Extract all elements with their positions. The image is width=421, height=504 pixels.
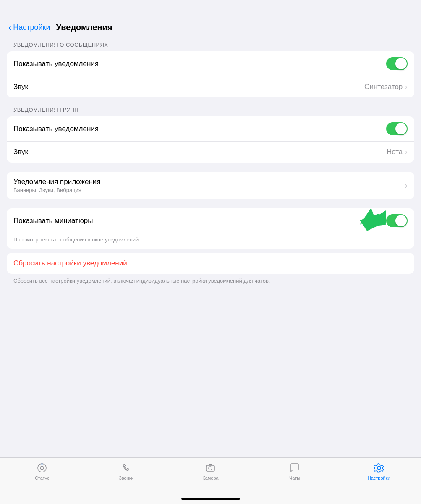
tab-item-status[interactable]: Статус <box>0 462 84 480</box>
status-icon <box>36 462 48 474</box>
groups-show-notifications-label: Показывать уведомления <box>13 125 99 133</box>
thumbnails-label: Показывать миниатюры <box>13 217 93 225</box>
page-wrapper: ‹ Настройки Уведомления УВЕДОМЛЕНИЯ О СО… <box>0 0 421 504</box>
app-notifications-subtitle: Баннеры, Звуки, Вибрация <box>13 187 100 193</box>
messages-section-header: УВЕДОМЛЕНИЯ О СООБЩЕНИЯХ <box>7 42 414 51</box>
calls-icon <box>120 462 132 474</box>
messages-show-notifications-row: Показывать уведомления <box>7 51 414 76</box>
tab-chats-label: Чаты <box>289 475 300 480</box>
home-indicator <box>181 498 240 500</box>
groups-show-notifications-row: Показывать уведомления <box>7 116 414 142</box>
messages-section: УВЕДОМЛЕНИЯ О СООБЩЕНИЯХ Показывать увед… <box>7 42 414 97</box>
nav-header: ‹ Настройки Уведомления <box>0 0 421 37</box>
settings-icon <box>373 462 385 474</box>
messages-sound-value: Синтезатор <box>364 83 403 91</box>
groups-section-header: УВЕДОМЛЕНИЯ ГРУПП <box>7 107 414 116</box>
svg-marker-0 <box>360 208 390 231</box>
app-notifications-card: Уведомления приложения Баннеры, Звуки, В… <box>7 172 414 199</box>
page-title: Уведомления <box>56 23 112 32</box>
groups-sound-value-container: Нота › <box>387 148 408 156</box>
messages-sound-row[interactable]: Звук Синтезатор › <box>7 76 414 97</box>
svg-point-6 <box>377 466 381 470</box>
scroll-content: УВЕДОМЛЕНИЯ О СООБЩЕНИЯХ Показывать увед… <box>0 37 421 457</box>
groups-show-notifications-toggle[interactable] <box>386 122 408 135</box>
reset-label: Сбросить настройки уведомлений <box>13 259 127 268</box>
nav-back-button[interactable]: ‹ Настройки <box>8 23 50 32</box>
camera-icon <box>204 462 216 474</box>
reset-section: Сбросить настройки уведомлений Сбросить … <box>7 253 414 291</box>
reset-card: Сбросить настройки уведомлений <box>7 253 414 274</box>
groups-sound-row[interactable]: Звук Нота › <box>7 142 414 163</box>
groups-sound-chevron-icon: › <box>405 148 408 156</box>
app-notifications-section: Уведомления приложения Баннеры, Звуки, В… <box>7 172 414 199</box>
app-notifications-row[interactable]: Уведомления приложения Баннеры, Звуки, В… <box>7 172 414 199</box>
tab-item-calls[interactable]: Звонки <box>84 462 169 480</box>
tab-bar: Статус Звонки Камера <box>0 457 421 495</box>
svg-point-3 <box>42 463 43 465</box>
messages-show-notifications-label: Показывать уведомления <box>13 60 99 68</box>
thumbnails-card: Показывать миниатюры Просмотр текста соо… <box>7 208 414 249</box>
tab-item-camera[interactable]: Камера <box>168 462 253 480</box>
thumbnails-row: Показывать миниатюры <box>7 208 414 233</box>
thumbnails-section: Показывать миниатюры Просмотр текста соо… <box>7 208 414 249</box>
messages-card: Показывать уведомления Звук Синтезатор › <box>7 51 414 97</box>
app-notifications-text: Уведомления приложения Баннеры, Звуки, В… <box>13 178 100 193</box>
home-indicator-container <box>0 495 421 504</box>
groups-sound-value: Нота <box>387 148 403 156</box>
svg-point-5 <box>209 467 212 470</box>
svg-rect-4 <box>206 465 214 471</box>
groups-sound-label: Звук <box>13 148 28 156</box>
tab-camera-label: Камера <box>202 475 218 480</box>
app-notifications-title: Уведомления приложения <box>13 178 100 186</box>
chats-icon <box>289 462 301 474</box>
messages-sound-label: Звук <box>13 83 28 91</box>
messages-sound-value-container: Синтезатор › <box>364 83 408 91</box>
tab-calls-label: Звонки <box>119 475 134 480</box>
tab-item-settings[interactable]: Настройки <box>337 462 421 480</box>
reset-description: Сбросить все настройки уведомлений, вклю… <box>7 274 414 291</box>
messages-sound-chevron-icon: › <box>405 83 408 91</box>
messages-show-notifications-toggle[interactable] <box>386 57 408 70</box>
groups-card: Показывать уведомления Звук Нота › <box>7 116 414 163</box>
thumbnails-description: Просмотр текста сообщения в окне уведомл… <box>7 233 414 249</box>
chevron-left-icon: ‹ <box>8 23 11 32</box>
nav-back-label: Настройки <box>13 23 50 32</box>
reset-row[interactable]: Сбросить настройки уведомлений <box>7 253 414 274</box>
svg-point-1 <box>38 464 46 472</box>
svg-point-2 <box>40 466 44 470</box>
groups-section: УВЕДОМЛЕНИЯ ГРУПП Показывать уведомления… <box>7 107 414 163</box>
app-notifications-chevron-icon: › <box>405 181 408 190</box>
tab-status-label: Статус <box>35 475 50 480</box>
tab-item-chats[interactable]: Чаты <box>253 462 337 480</box>
tab-settings-label: Настройки <box>368 475 390 480</box>
green-arrow-icon <box>355 208 392 238</box>
